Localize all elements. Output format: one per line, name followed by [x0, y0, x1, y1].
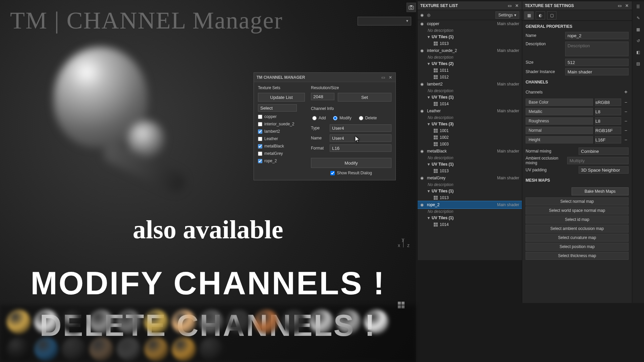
texture-set-row[interactable]: interior_suede_2: [258, 120, 305, 128]
remove-channel-icon[interactable]: –: [623, 109, 629, 114]
visibility-icon[interactable]: ◉: [420, 149, 425, 154]
bake-mesh-maps-button[interactable]: Bake Mesh Maps: [572, 187, 629, 195]
tsl-texture-set-row[interactable]: ◉ rope_2 Main shader: [418, 201, 522, 208]
material-swatch[interactable]: [227, 310, 251, 334]
tsl-uv-tiles-row[interactable]: ▾ UV Tiles (2): [418, 60, 522, 67]
tsl-texture-set-row[interactable]: ◉ copper Main shader: [418, 20, 522, 27]
material-swatch[interactable]: [337, 310, 361, 334]
set-resolution-button[interactable]: Set: [338, 93, 391, 102]
texture-set-checkbox[interactable]: [258, 159, 262, 163]
mesh-map-select-button[interactable]: Select world space normal map: [526, 206, 629, 215]
camera-icon[interactable]: [407, 3, 416, 12]
viewport-mode-dropdown[interactable]: [358, 17, 411, 25]
tsl-uv-tiles-row[interactable]: ▾ UV Tiles (1): [418, 215, 522, 221]
tsl-uv-tiles-row[interactable]: ▾ UV Tiles (1): [418, 188, 522, 194]
material-swatch[interactable]: [7, 337, 31, 361]
channel-name[interactable]: Normal: [526, 127, 593, 134]
close-icon[interactable]: ✕: [625, 3, 629, 8]
mesh-map-select-button[interactable]: Select thickness map: [526, 252, 629, 260]
uv-padding-select[interactable]: 3D Space Neighbor: [579, 166, 629, 174]
remove-channel-icon[interactable]: –: [623, 128, 629, 133]
show-all-icon[interactable]: ◉: [420, 13, 424, 17]
texture-icon[interactable]: ▦: [635, 26, 642, 33]
material-swatch[interactable]: [172, 337, 196, 361]
material-shelf[interactable]: [0, 305, 416, 362]
material-swatch[interactable]: [364, 310, 388, 334]
texture-set-checkbox[interactable]: [258, 129, 262, 134]
brush-icon[interactable]: ✎: [635, 15, 642, 21]
material-swatch[interactable]: [117, 310, 141, 334]
channel-format-select[interactable]: sRGB8: [595, 99, 621, 106]
mode-sphere-icon[interactable]: ◐: [536, 11, 545, 19]
texture-set-checkbox[interactable]: [258, 115, 262, 119]
mesh-map-select-button[interactable]: Select curvature map: [526, 234, 629, 242]
material-swatch[interactable]: [309, 310, 333, 334]
shelf-icon[interactable]: ▤: [635, 60, 642, 67]
remove-channel-icon[interactable]: –: [623, 119, 629, 123]
undock-icon[interactable]: ▭: [617, 3, 622, 8]
tsl-tile-row[interactable]: 1002: [418, 134, 522, 141]
mesh-map-select-button[interactable]: Select id map: [526, 216, 629, 224]
tsl-tile-row[interactable]: 1012: [418, 74, 522, 80]
remove-channel-icon[interactable]: –: [623, 137, 629, 142]
texture-set-row[interactable]: metalBlack: [258, 142, 305, 150]
resolution-select[interactable]: 2048: [311, 93, 334, 100]
channel-format-select[interactable]: RGB16F: [595, 127, 621, 134]
tss-desc-input[interactable]: [565, 42, 629, 56]
material-swatch[interactable]: [62, 337, 86, 361]
hide-all-icon[interactable]: ◎: [427, 13, 430, 17]
tsl-tile-row[interactable]: 1013: [418, 194, 522, 201]
channel-name[interactable]: Metallic: [526, 108, 593, 115]
tsl-tile-row[interactable]: 1003: [418, 141, 522, 147]
tsl-tile-row[interactable]: 1013: [418, 40, 522, 47]
type-select[interactable]: User4: [330, 124, 391, 132]
tsl-settings-button[interactable]: Settings▾: [495, 11, 519, 19]
tsl-tile-row[interactable]: 1013: [418, 168, 522, 174]
close-icon[interactable]: ✕: [515, 3, 519, 8]
texture-set-checkbox[interactable]: [258, 152, 262, 156]
material-swatch[interactable]: [199, 337, 223, 361]
material-swatch[interactable]: [282, 310, 306, 334]
display-icon[interactable]: ◧: [635, 49, 642, 56]
texture-set-checkbox[interactable]: [258, 122, 262, 126]
add-channel-icon[interactable]: ＋: [623, 88, 629, 96]
tsl-uv-tiles-row[interactable]: ▾ UV Tiles (3): [418, 121, 522, 127]
remove-channel-icon[interactable]: –: [623, 100, 629, 105]
visibility-icon[interactable]: ◉: [420, 109, 425, 113]
tsl-tile-row[interactable]: 1001: [418, 127, 522, 134]
material-swatch[interactable]: [117, 337, 141, 361]
channel-name[interactable]: Height: [526, 136, 593, 143]
tsl-texture-set-row[interactable]: ◉ metalGrey Main shader: [418, 174, 522, 182]
undock-icon[interactable]: ▭: [507, 3, 512, 8]
material-swatch[interactable]: [144, 337, 168, 361]
layers-icon[interactable]: ☰: [635, 3, 642, 10]
tsl-uv-tiles-row[interactable]: ▾ UV Tiles (1): [418, 161, 522, 168]
tsl-texture-set-row[interactable]: ◉ lambert2 Main shader: [418, 80, 522, 88]
name-input[interactable]: [330, 134, 391, 142]
show-result-checkbox[interactable]: [330, 171, 335, 175]
texture-set-row[interactable]: copper: [258, 113, 305, 120]
close-icon[interactable]: ✕: [388, 75, 393, 80]
dialog-titlebar[interactable]: TM CHANNEL MANAGER ▭ ✕: [254, 73, 395, 82]
material-swatch[interactable]: [254, 310, 278, 334]
format-select[interactable]: L16: [330, 144, 391, 152]
history-icon[interactable]: ↺: [635, 38, 642, 44]
mesh-map-select-button[interactable]: Select normal map: [526, 197, 629, 205]
tsl-tile-row[interactable]: 1014: [418, 101, 522, 107]
material-swatch[interactable]: [144, 310, 168, 334]
tsl-texture-set-row[interactable]: ◉ interior_suede_2 Main shader: [418, 47, 522, 54]
mesh-map-select-button[interactable]: Select ambient occlusion map: [526, 225, 629, 233]
material-swatch[interactable]: [89, 310, 113, 334]
visibility-icon[interactable]: ◉: [420, 48, 425, 53]
texture-set-row[interactable]: lambert2: [258, 128, 305, 135]
texture-set-row[interactable]: Leather: [258, 135, 305, 142]
texture-set-select[interactable]: Select: [258, 104, 297, 112]
tss-name-input[interactable]: [565, 32, 629, 39]
material-swatch[interactable]: [62, 310, 86, 334]
channel-format-select[interactable]: L16F: [595, 136, 621, 143]
channel-format-select[interactable]: L8: [595, 117, 621, 125]
visibility-icon[interactable]: ◉: [420, 202, 425, 207]
radio-delete[interactable]: Delete: [359, 116, 377, 120]
modify-button[interactable]: Modify: [311, 158, 391, 168]
texture-set-checkbox[interactable]: [258, 137, 262, 141]
